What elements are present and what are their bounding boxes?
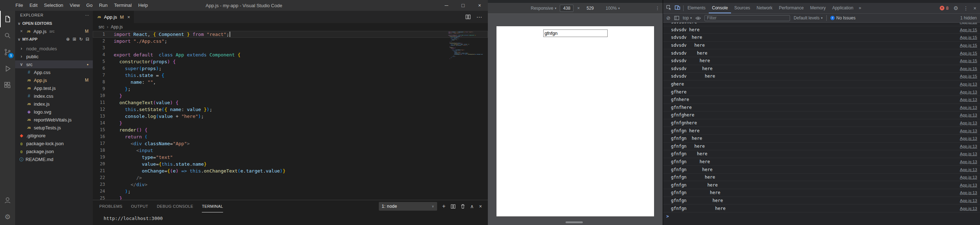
menu-file[interactable]: File — [12, 0, 26, 11]
source-link[interactable]: App.js:13 — [960, 168, 977, 172]
source-link[interactable]: App.js:15 — [960, 74, 977, 78]
code-line[interactable]: 9 }; — [93, 86, 488, 92]
source-link[interactable]: App.js:13 — [960, 152, 977, 156]
close-tab-icon[interactable]: × — [127, 14, 130, 20]
console-row[interactable]: gfnfgn hereApp.js:13 — [663, 189, 980, 197]
inspect-element-icon[interactable] — [666, 5, 672, 11]
source-control-icon[interactable]: 1 — [0, 44, 15, 60]
console-row[interactable]: sdvsdv hereApp.js:15 — [663, 42, 980, 50]
code-line[interactable]: 8 name: "", — [93, 79, 488, 86]
source-link[interactable]: App.js:13 — [960, 144, 977, 149]
devtools-tab-performance[interactable]: Performance — [776, 3, 807, 13]
source-link[interactable]: App.js:13 — [960, 121, 977, 125]
tree-item-app-test-js[interactable]: JSApp.test.js — [15, 84, 93, 92]
code-line[interactable]: 25 } — [93, 195, 488, 200]
panel-tab-terminal[interactable]: TERMINAL — [202, 200, 223, 212]
more-tabs-icon[interactable]: » — [857, 3, 864, 13]
code-editor[interactable]: 1import React, { Component } from "react… — [93, 31, 488, 200]
zoom-select[interactable]: 100% ▾ — [606, 6, 620, 11]
devtools-tab-network[interactable]: Network — [753, 3, 776, 13]
source-link[interactable]: App.js:15 — [960, 28, 977, 32]
tree-item-public[interactable]: ›public — [15, 52, 93, 60]
source-link[interactable]: App.js:13 — [960, 175, 977, 179]
explorer-icon[interactable] — [0, 11, 15, 27]
console-row[interactable]: gfnfgn hereApp.js:13 — [663, 166, 980, 174]
source-link[interactable]: App.js:13 — [960, 190, 977, 195]
console-row[interactable]: sdvsdv hereApp.js:15 — [663, 73, 980, 81]
code-line[interactable]: 10 } — [93, 92, 488, 99]
console-row[interactable]: gfnfgn hereApp.js:13 — [663, 174, 980, 182]
menu-run[interactable]: Run — [96, 0, 111, 11]
tree-item-reportwebvitals-js[interactable]: JSreportWebVitals.js — [15, 116, 93, 124]
close-window-icon[interactable]: × — [471, 0, 488, 11]
console-row[interactable]: sdvsdv hereApp.js:15 — [663, 34, 980, 42]
maximize-panel-icon[interactable]: ∧ — [470, 203, 474, 209]
extensions-icon[interactable] — [0, 77, 15, 93]
tree-item-index-css[interactable]: #index.css — [15, 92, 93, 100]
tree-item-app-css[interactable]: #App.css — [15, 68, 93, 76]
settings-gear-icon[interactable]: ⚙ — [0, 208, 15, 225]
source-link[interactable]: App.js:13 — [960, 183, 977, 187]
close-panel-icon[interactable]: × — [479, 203, 482, 209]
workspace-section[interactable]: ∨ MY-APP ⊕ ⊞ ↻ ⊟ — [15, 35, 93, 43]
devtools-tab-console[interactable]: Console — [709, 3, 731, 13]
source-link[interactable]: App.js:13 — [960, 97, 977, 102]
minimap[interactable]: import React, { Component } from "react"… — [448, 32, 483, 59]
console-row[interactable]: ghereApp.js:13 — [663, 81, 980, 89]
close-editor-icon[interactable]: × — [20, 29, 24, 34]
live-expression-eye-icon[interactable] — [695, 16, 701, 20]
code-line[interactable]: 5 constructor(props) { — [93, 58, 488, 65]
tree-item-readme-md[interactable]: iREADME.md — [15, 155, 93, 163]
console-filter-input[interactable] — [705, 15, 790, 21]
devtools-tab-memory[interactable]: Memory — [807, 3, 829, 13]
console-row[interactable]: sdvsdv hereApp.js:15 — [663, 49, 980, 57]
device-mode-select[interactable]: Responsive ▾ — [531, 6, 556, 11]
menu-go[interactable]: Go — [83, 0, 96, 11]
devtools-close-icon[interactable]: × — [974, 5, 977, 11]
split-terminal-icon[interactable] — [451, 204, 455, 209]
code-line[interactable]: 4export default class App extends Compon… — [93, 51, 488, 58]
devtools-tab-application[interactable]: Application — [829, 3, 857, 13]
tree-item-index-js[interactable]: JSindex.js — [15, 100, 93, 108]
console-row[interactable]: gfnfhereApp.js:13 — [663, 104, 980, 112]
menu-view[interactable]: View — [67, 0, 83, 11]
console-row[interactable]: gfnfgn hereApp.js:13 — [663, 197, 980, 205]
tree-item-logo-svg[interactable]: ◈logo.svg — [15, 108, 93, 116]
console-row[interactable]: sdvsdvhereApp.js:15 — [663, 23, 980, 26]
error-count-badge[interactable]: × 8 — [940, 6, 949, 11]
maximize-icon[interactable]: □ — [455, 0, 471, 11]
panel-tab-output[interactable]: OUTPUT — [131, 200, 148, 212]
new-file-icon[interactable]: ⊕ — [66, 36, 70, 42]
tree-item-package-json[interactable]: {}package.json — [15, 147, 93, 155]
viewport-height-input[interactable]: 529 — [584, 5, 597, 12]
code-line[interactable]: 7 this.state = { — [93, 72, 488, 79]
tab-app-js[interactable]: JS App.js M × — [93, 11, 134, 23]
console-row[interactable]: gfnfgn hereApp.js:13 — [663, 150, 980, 158]
menu-selection[interactable]: Selection — [41, 0, 66, 11]
source-link[interactable]: App.js:15 — [960, 51, 977, 55]
console-row[interactable]: gfnfghereApp.js:13 — [663, 111, 980, 119]
tree-item--gitignore[interactable]: ◆.gitignore — [15, 132, 93, 139]
source-link[interactable]: App.js:13 — [960, 136, 977, 141]
console-row[interactable]: gfnfgn hereApp.js:13 — [663, 127, 980, 135]
console-row[interactable]: sdvsdv hereApp.js:15 — [663, 65, 980, 73]
code-line[interactable]: 15 render() { — [93, 127, 488, 133]
console-row[interactable]: sdvsdv hereApp.js:15 — [663, 57, 980, 65]
viewport-width-input[interactable]: 438 — [560, 5, 573, 12]
menu-edit[interactable]: Edit — [26, 0, 41, 11]
console-row[interactable]: gfnfgnhereApp.js:13 — [663, 119, 980, 127]
source-link[interactable]: App.js:13 — [960, 90, 977, 94]
split-editor-icon[interactable] — [466, 14, 471, 19]
console-row[interactable]: gfnfgn hereApp.js:13 — [663, 204, 980, 212]
console-row[interactable]: gfnfgn hereApp.js:13 — [663, 158, 980, 166]
hidden-messages-count[interactable]: 1 hidden — [960, 16, 977, 21]
source-link[interactable]: App.js:13 — [960, 113, 977, 117]
clear-console-icon[interactable]: ⊘ — [666, 15, 671, 21]
terminal-shell-select[interactable]: 1: node ∨ — [379, 202, 437, 211]
code-line[interactable]: 11 onChangeText(value) { — [93, 99, 488, 106]
source-link[interactable]: App.js:13 — [960, 129, 977, 133]
panel-tab-debug-console[interactable]: DEBUG CONSOLE — [157, 200, 193, 212]
code-line[interactable]: 1import React, { Component } from "react… — [93, 31, 488, 38]
code-line[interactable]: 24 ); — [93, 188, 488, 195]
kill-terminal-trash-icon[interactable] — [460, 204, 465, 209]
